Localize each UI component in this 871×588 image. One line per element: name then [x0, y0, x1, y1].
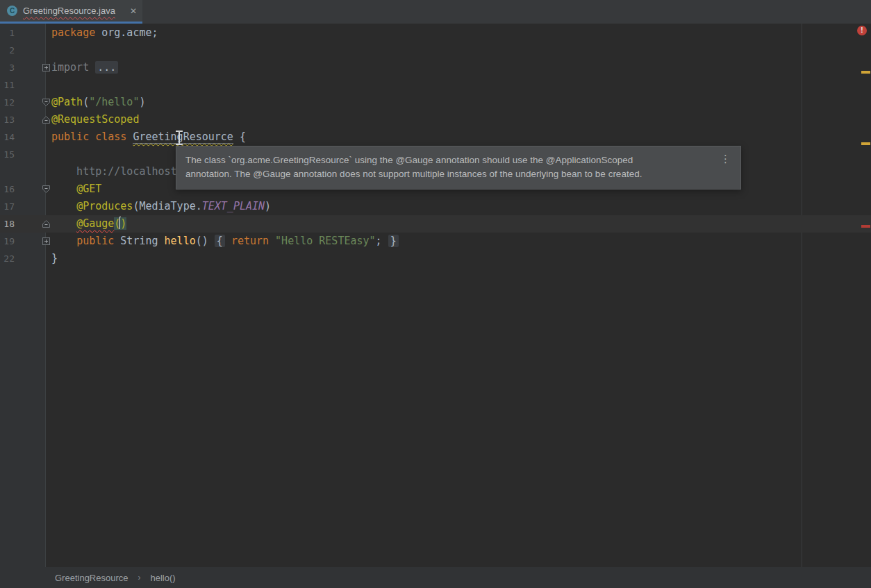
inspections-error-badge[interactable]: ! [857, 26, 867, 35]
gutter-cell[interactable]: 11 [0, 76, 47, 94]
line-number: 2 [9, 42, 15, 59]
line-number: 12 [3, 94, 15, 111]
line-number: 19 [3, 233, 15, 250]
tooltip-text-line1: The class `org.acme.GreetingResource` us… [185, 153, 710, 167]
code-text[interactable]: @RequestScoped [47, 111, 871, 128]
gutter-cell[interactable] [0, 163, 47, 180]
tooltip-text-line2: annotation. The @Gauge annotation does n… [185, 167, 710, 181]
code-text[interactable]: public class GreetingResource { [47, 128, 871, 146]
code-token [51, 200, 76, 212]
line-number: 3 [9, 59, 15, 76]
line-number: 14 [3, 128, 15, 146]
code-text[interactable] [47, 76, 871, 94]
code-line-3[interactable]: 3import ... [0, 59, 871, 76]
code-token: org.acme; [101, 26, 158, 39]
code-token: ( [83, 96, 89, 108]
code-text[interactable]: @Produces(MediaType.TEXT_PLAIN) [47, 198, 871, 215]
fold-expanded-start-icon[interactable] [42, 185, 51, 194]
code-token: String [120, 235, 164, 247]
code-token: ; [376, 235, 388, 247]
inspection-tooltip: The class `org.acme.GreetingResource` us… [176, 146, 741, 190]
code-token: public [76, 235, 120, 247]
code-token: package [51, 26, 101, 39]
tab-close-icon[interactable]: ✕ [130, 7, 137, 15]
code-token: @GET [76, 183, 101, 195]
gutter-cell[interactable]: 16 [0, 180, 47, 198]
line-number: 16 [3, 180, 15, 198]
gutter-cell[interactable]: 18 [0, 215, 47, 233]
code-token: } [51, 252, 58, 264]
code-token: @Path [51, 96, 83, 108]
code-text[interactable]: public String hello() { return "Hello RE… [47, 233, 871, 250]
gutter-cell[interactable]: 3 [0, 59, 47, 76]
code-token: ) [120, 217, 126, 230]
code-line-11[interactable]: 11 [0, 76, 871, 94]
java-class-icon: C [7, 6, 17, 16]
code-token: "Hello RESTEasy" [275, 235, 376, 247]
gutter-cell[interactable]: 14 [0, 128, 47, 146]
breadcrumb-item-class[interactable]: GreetingResource [55, 573, 128, 583]
code-line-17[interactable]: 17 @Produces(MediaType.TEXT_PLAIN) [0, 198, 871, 215]
code-line-1[interactable]: 1package org.acme; [0, 24, 871, 42]
code-text[interactable]: @Path("/hello") [47, 94, 871, 111]
code-token: return [231, 235, 275, 247]
gutter-cell[interactable]: 17 [0, 198, 47, 215]
gutter-cell[interactable]: 15 [0, 146, 47, 163]
gutter-cell[interactable]: 13 [0, 111, 47, 128]
line-number: 17 [3, 198, 15, 215]
code-editor[interactable]: 1package org.acme;23import ...1112@Path(… [0, 24, 871, 567]
fold-collapsed-icon[interactable] [42, 63, 51, 72]
tab-greetingresource-java[interactable]: C GreetingResource.java ✕ [0, 0, 142, 24]
code-line-18[interactable]: 18 @Gauge() [0, 215, 871, 233]
line-number: 22 [3, 250, 15, 267]
fold-expanded-end-icon[interactable] [42, 115, 51, 124]
code-token: import [51, 61, 95, 74]
fold-expanded-start-icon[interactable] [42, 98, 51, 107]
code-token [51, 183, 76, 195]
tooltip-more-actions-icon[interactable]: ⋮ [720, 153, 731, 164]
code-line-14[interactable]: 14public class GreetingResource { [0, 128, 871, 146]
line-number: 18 [3, 215, 15, 233]
code-text[interactable]: @Gauge() [47, 215, 871, 233]
breadcrumb-item-method[interactable]: hello() [151, 573, 176, 583]
code-line-22[interactable]: 22} [0, 250, 871, 267]
gutter-cell[interactable]: 12 [0, 94, 47, 111]
code-text[interactable]: import ... [47, 59, 871, 76]
code-token: TEXT_PLAIN [202, 200, 265, 212]
error-stripe-mark-warning[interactable] [861, 142, 870, 145]
mouse-ibeam-cursor [174, 131, 184, 145]
error-stripe-mark-error[interactable] [861, 225, 870, 228]
code-token: "/hello" [89, 96, 139, 108]
gutter-cell[interactable]: 22 [0, 250, 47, 267]
breadcrumb: GreetingResource › hello() [0, 567, 871, 588]
code-token: http://localhost [51, 165, 177, 178]
code-token: ... [95, 61, 118, 74]
gutter-cell[interactable]: 2 [0, 42, 47, 59]
line-number: 15 [3, 146, 15, 163]
code-token: { [233, 131, 246, 143]
code-token: @Produces [76, 200, 133, 212]
code-line-12[interactable]: 12@Path("/hello") [0, 94, 871, 111]
code-line-19[interactable]: 19 public String hello() { return "Hello… [0, 233, 871, 250]
code-token: { [215, 235, 225, 247]
code-token [51, 235, 76, 247]
gutter-cell[interactable]: 1 [0, 24, 47, 42]
fold-expanded-end-icon[interactable] [42, 219, 51, 228]
code-line-13[interactable]: 13@RequestScoped [0, 111, 871, 128]
code-token [51, 217, 76, 230]
line-number: 13 [3, 111, 15, 128]
tab-title: GreetingResource.java [23, 6, 115, 16]
error-stripe-mark-warning[interactable] [861, 71, 870, 74]
code-token: @RequestScoped [51, 113, 139, 126]
line-number: 1 [9, 24, 15, 42]
code-token: ) [265, 200, 271, 212]
line-number: 11 [3, 76, 15, 94]
code-text[interactable]: package org.acme; [47, 24, 871, 42]
code-token: hello [165, 235, 196, 247]
code-text[interactable] [47, 42, 871, 59]
code-line-2[interactable]: 2 [0, 42, 871, 59]
fold-collapsed-icon[interactable] [42, 237, 51, 246]
code-text[interactable]: } [47, 250, 871, 267]
editor-tab-bar: C GreetingResource.java ✕ [0, 0, 871, 24]
gutter-cell[interactable]: 19 [0, 233, 47, 250]
